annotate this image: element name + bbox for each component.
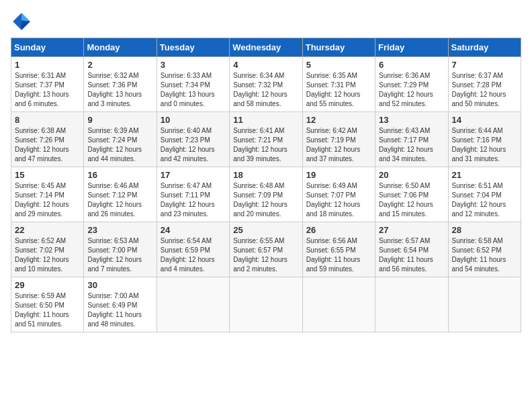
day-info: Sunrise: 6:54 AMSunset: 6:59 PMDaylight:…: [161, 236, 226, 274]
svg-marker-2: [21, 20, 30, 30]
empty-cell: [302, 277, 375, 332]
weekday-header-monday: Monday: [84, 38, 157, 57]
day-cell-2: 2Sunrise: 6:32 AMSunset: 7:36 PMDaylight…: [84, 57, 157, 112]
day-cell-5: 5Sunrise: 6:35 AMSunset: 7:31 PMDaylight…: [302, 57, 375, 112]
day-number: 12: [306, 115, 371, 125]
day-number: 4: [233, 60, 298, 70]
day-number: 1: [15, 60, 80, 70]
day-cell-27: 27Sunrise: 6:57 AMSunset: 6:54 PMDayligh…: [375, 222, 448, 277]
day-number: 11: [233, 115, 298, 125]
week-row-1: 1Sunrise: 6:31 AMSunset: 7:37 PMDaylight…: [11, 57, 521, 112]
weekday-header-wednesday: Wednesday: [230, 38, 302, 57]
day-cell-6: 6Sunrise: 6:36 AMSunset: 7:29 PMDaylight…: [375, 57, 448, 112]
day-cell-28: 28Sunrise: 6:58 AMSunset: 6:52 PMDayligh…: [448, 222, 521, 277]
day-info: Sunrise: 6:50 AMSunset: 7:06 PMDaylight:…: [379, 181, 444, 219]
day-info: Sunrise: 6:47 AMSunset: 7:11 PMDaylight:…: [161, 181, 226, 219]
day-cell-30: 30Sunrise: 7:00 AMSunset: 6:49 PMDayligh…: [84, 277, 157, 332]
day-info: Sunrise: 6:42 AMSunset: 7:19 PMDaylight:…: [306, 126, 371, 164]
day-cell-21: 21Sunrise: 6:51 AMSunset: 7:04 PMDayligh…: [448, 167, 521, 222]
day-number: 20: [379, 170, 444, 180]
day-number: 26: [306, 225, 371, 235]
day-cell-4: 4Sunrise: 6:34 AMSunset: 7:32 PMDaylight…: [230, 57, 302, 112]
day-number: 14: [452, 115, 517, 125]
day-number: 21: [452, 170, 517, 180]
day-cell-1: 1Sunrise: 6:31 AMSunset: 7:37 PMDaylight…: [11, 57, 84, 112]
day-number: 6: [379, 60, 444, 70]
day-info: Sunrise: 6:31 AMSunset: 7:37 PMDaylight:…: [15, 71, 80, 109]
weekday-header-tuesday: Tuesday: [157, 38, 229, 57]
day-number: 30: [87, 280, 152, 290]
day-number: 2: [87, 60, 152, 70]
day-info: Sunrise: 6:32 AMSunset: 7:36 PMDaylight:…: [87, 71, 152, 109]
day-info: Sunrise: 6:36 AMSunset: 7:29 PMDaylight:…: [379, 71, 444, 109]
logo-wordmark: [11, 11, 35, 32]
day-number: 13: [379, 115, 444, 125]
day-cell-20: 20Sunrise: 6:50 AMSunset: 7:06 PMDayligh…: [375, 167, 448, 222]
weekday-header-sunday: Sunday: [11, 38, 84, 57]
day-cell-15: 15Sunrise: 6:45 AMSunset: 7:14 PMDayligh…: [11, 167, 84, 222]
day-info: Sunrise: 6:58 AMSunset: 6:52 PMDaylight:…: [452, 236, 517, 274]
day-info: Sunrise: 6:38 AMSunset: 7:26 PMDaylight:…: [15, 126, 80, 164]
day-cell-11: 11Sunrise: 6:41 AMSunset: 7:21 PMDayligh…: [230, 112, 302, 167]
day-info: Sunrise: 7:00 AMSunset: 6:49 PMDaylight:…: [87, 291, 152, 329]
weekday-header-saturday: Saturday: [448, 38, 521, 57]
day-cell-19: 19Sunrise: 6:49 AMSunset: 7:07 PMDayligh…: [302, 167, 375, 222]
day-number: 28: [452, 225, 517, 235]
day-number: 23: [87, 225, 152, 235]
day-info: Sunrise: 6:33 AMSunset: 7:34 PMDaylight:…: [161, 71, 226, 109]
logo-icon: [11, 11, 32, 32]
day-cell-10: 10Sunrise: 6:40 AMSunset: 7:23 PMDayligh…: [157, 112, 229, 167]
day-number: 24: [161, 225, 226, 235]
day-info: Sunrise: 6:53 AMSunset: 7:00 PMDaylight:…: [87, 236, 152, 274]
day-info: Sunrise: 6:48 AMSunset: 7:09 PMDaylight:…: [233, 181, 298, 219]
day-cell-8: 8Sunrise: 6:38 AMSunset: 7:26 PMDaylight…: [11, 112, 84, 167]
day-cell-22: 22Sunrise: 6:52 AMSunset: 7:02 PMDayligh…: [11, 222, 84, 277]
day-cell-25: 25Sunrise: 6:55 AMSunset: 6:57 PMDayligh…: [230, 222, 302, 277]
day-cell-23: 23Sunrise: 6:53 AMSunset: 7:00 PMDayligh…: [84, 222, 157, 277]
day-cell-13: 13Sunrise: 6:43 AMSunset: 7:17 PMDayligh…: [375, 112, 448, 167]
svg-marker-1: [21, 13, 30, 21]
empty-cell: [230, 277, 302, 332]
day-info: Sunrise: 6:34 AMSunset: 7:32 PMDaylight:…: [233, 71, 298, 109]
empty-cell: [448, 277, 521, 332]
day-info: Sunrise: 6:45 AMSunset: 7:14 PMDaylight:…: [15, 181, 80, 219]
week-row-4: 22Sunrise: 6:52 AMSunset: 7:02 PMDayligh…: [11, 222, 521, 277]
day-info: Sunrise: 6:55 AMSunset: 6:57 PMDaylight:…: [233, 236, 298, 274]
day-info: Sunrise: 6:37 AMSunset: 7:28 PMDaylight:…: [452, 71, 517, 109]
day-number: 29: [15, 280, 80, 290]
day-info: Sunrise: 6:59 AMSunset: 6:50 PMDaylight:…: [15, 291, 80, 329]
day-cell-14: 14Sunrise: 6:44 AMSunset: 7:16 PMDayligh…: [448, 112, 521, 167]
week-row-2: 8Sunrise: 6:38 AMSunset: 7:26 PMDaylight…: [11, 112, 521, 167]
day-number: 10: [161, 115, 226, 125]
day-number: 27: [379, 225, 444, 235]
day-info: Sunrise: 6:43 AMSunset: 7:17 PMDaylight:…: [379, 126, 444, 164]
day-cell-16: 16Sunrise: 6:46 AMSunset: 7:12 PMDayligh…: [84, 167, 157, 222]
day-cell-24: 24Sunrise: 6:54 AMSunset: 6:59 PMDayligh…: [157, 222, 229, 277]
day-cell-29: 29Sunrise: 6:59 AMSunset: 6:50 PMDayligh…: [11, 277, 84, 332]
day-info: Sunrise: 6:40 AMSunset: 7:23 PMDaylight:…: [161, 126, 226, 164]
day-info: Sunrise: 6:35 AMSunset: 7:31 PMDaylight:…: [306, 71, 371, 109]
day-cell-7: 7Sunrise: 6:37 AMSunset: 7:28 PMDaylight…: [448, 57, 521, 112]
day-info: Sunrise: 6:44 AMSunset: 7:16 PMDaylight:…: [452, 126, 517, 164]
weekday-header-row: SundayMondayTuesdayWednesdayThursdayFrid…: [11, 38, 521, 57]
weekday-header-thursday: Thursday: [302, 38, 375, 57]
empty-cell: [157, 277, 229, 332]
weekday-header-friday: Friday: [375, 38, 448, 57]
week-row-5: 29Sunrise: 6:59 AMSunset: 6:50 PMDayligh…: [11, 277, 521, 332]
day-number: 25: [233, 225, 298, 235]
day-number: 9: [87, 115, 152, 125]
day-cell-17: 17Sunrise: 6:47 AMSunset: 7:11 PMDayligh…: [157, 167, 229, 222]
day-cell-9: 9Sunrise: 6:39 AMSunset: 7:24 PMDaylight…: [84, 112, 157, 167]
day-info: Sunrise: 6:57 AMSunset: 6:54 PMDaylight:…: [379, 236, 444, 274]
day-number: 19: [306, 170, 371, 180]
header: [11, 11, 521, 32]
day-info: Sunrise: 6:41 AMSunset: 7:21 PMDaylight:…: [233, 126, 298, 164]
day-cell-26: 26Sunrise: 6:56 AMSunset: 6:55 PMDayligh…: [302, 222, 375, 277]
week-row-3: 15Sunrise: 6:45 AMSunset: 7:14 PMDayligh…: [11, 167, 521, 222]
day-info: Sunrise: 6:46 AMSunset: 7:12 PMDaylight:…: [87, 181, 152, 219]
day-info: Sunrise: 6:39 AMSunset: 7:24 PMDaylight:…: [87, 126, 152, 164]
day-number: 7: [452, 60, 517, 70]
day-number: 5: [306, 60, 371, 70]
day-number: 15: [15, 170, 80, 180]
day-number: 16: [87, 170, 152, 180]
